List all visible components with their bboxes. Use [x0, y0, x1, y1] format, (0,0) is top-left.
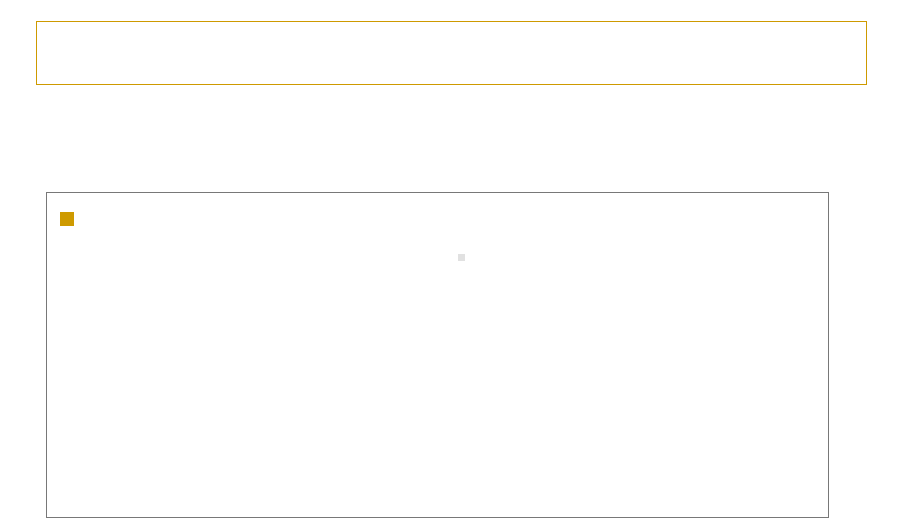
- banner-box: [36, 21, 867, 85]
- gold-square-icon: [60, 212, 74, 226]
- content-panel: [46, 192, 829, 518]
- gray-dot-icon: [458, 254, 465, 261]
